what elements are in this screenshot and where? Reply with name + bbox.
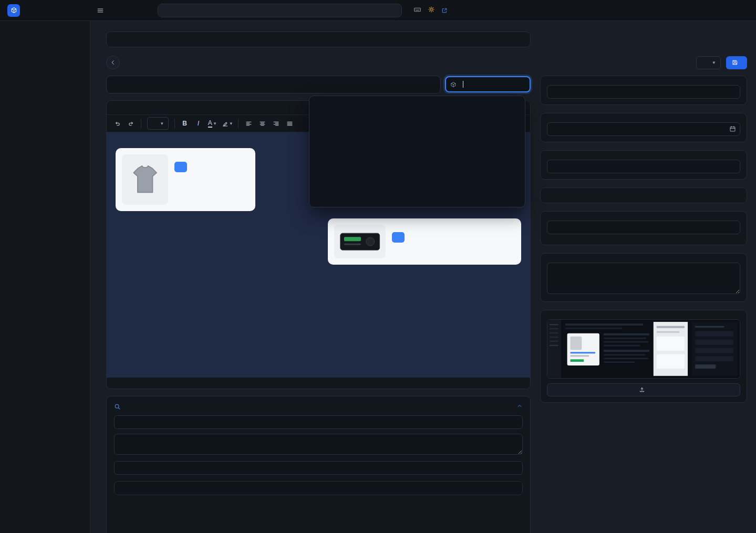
search-icon — [114, 403, 121, 410]
topbar — [0, 0, 756, 21]
post-status-select[interactable]: ▾ — [696, 56, 721, 69]
product-widget-tshirt[interactable] — [116, 148, 255, 211]
publish-date-input[interactable] — [547, 122, 740, 136]
sidebar-nav — [0, 21, 90, 26]
global-search-input[interactable] — [158, 4, 402, 17]
global-search — [158, 4, 402, 17]
sidebar-footer — [0, 528, 90, 533]
author-card — [540, 150, 747, 180]
featured-image-thumbnail[interactable] — [547, 319, 740, 379]
settings-gear-icon[interactable] — [428, 6, 435, 15]
align-left-button[interactable] — [242, 117, 255, 130]
back-button[interactable] — [106, 56, 120, 69]
align-right-button[interactable] — [270, 117, 282, 130]
align-justify-button[interactable] — [283, 117, 296, 130]
featured-image-card — [540, 310, 747, 403]
edit-header: ▾ — [106, 56, 747, 69]
text-caret — [463, 81, 463, 88]
product-box-icon — [450, 81, 457, 88]
excerpt-card — [540, 253, 747, 302]
product-image-tshirt — [122, 154, 168, 205]
menu-toggle-icon[interactable] — [97, 7, 104, 14]
featured-image — [547, 320, 740, 378]
save-icon — [732, 59, 738, 66]
excerpt-input[interactable] — [547, 263, 740, 294]
url-slug-card — [540, 76, 747, 105]
seo-title-input[interactable] — [114, 415, 523, 429]
align-center-button[interactable] — [256, 117, 268, 130]
shop-link[interactable] — [441, 7, 450, 14]
keyboard-shortcuts-icon[interactable] — [413, 6, 421, 15]
product-widget-radio[interactable] — [328, 218, 521, 265]
italic-button[interactable]: I — [192, 117, 205, 130]
sidebar — [0, 21, 90, 533]
bold-button[interactable]: B — [179, 117, 191, 130]
url-slug-input[interactable] — [547, 85, 740, 99]
categories-card — [540, 187, 747, 203]
topbar-actions — [413, 6, 450, 15]
upload-image-button[interactable] — [547, 383, 740, 396]
brand — [7, 4, 87, 17]
title-row — [106, 76, 531, 93]
collapse-chevron-icon[interactable] — [516, 403, 523, 411]
seo-description-input[interactable] — [114, 434, 523, 455]
calendar-icon[interactable] — [729, 126, 736, 134]
google-preview — [114, 481, 523, 495]
seo-keywords-input[interactable] — [114, 461, 523, 475]
paragraph-format-select[interactable]: ▾ — [147, 117, 169, 130]
text-color-button[interactable]: A▾ — [206, 117, 219, 130]
redo-button[interactable] — [125, 117, 137, 130]
author-input[interactable] — [547, 160, 740, 173]
editor-statusbar — [107, 378, 530, 389]
tags-card — [540, 211, 747, 245]
external-link-icon — [441, 7, 448, 14]
main-content: ▾ — [90, 21, 756, 533]
product-search-results — [309, 96, 525, 207]
blog-tabs — [106, 32, 531, 47]
upload-icon — [639, 386, 645, 393]
product-image-radio — [334, 225, 386, 258]
save-button[interactable] — [726, 56, 747, 69]
product-search-input[interactable] — [445, 76, 531, 92]
highlight-button[interactable]: ▾ — [220, 117, 235, 130]
publish-date-card — [540, 113, 747, 142]
post-title-input[interactable] — [106, 76, 441, 93]
seo-settings-card — [106, 396, 531, 533]
tags-input[interactable] — [547, 221, 740, 234]
app-logo-icon — [7, 4, 20, 17]
undo-button[interactable] — [111, 117, 123, 130]
product-cta-button[interactable] — [174, 162, 187, 172]
product-cta-button[interactable] — [392, 232, 405, 243]
